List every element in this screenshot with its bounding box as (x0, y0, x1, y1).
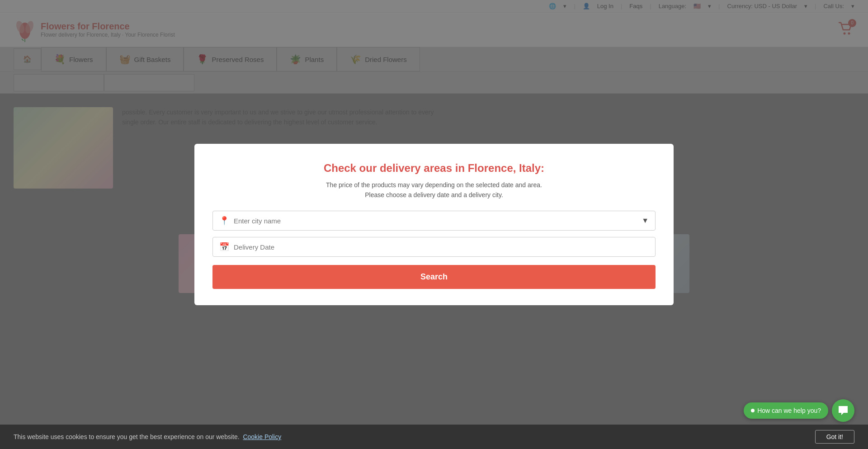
search-button[interactable]: Search (212, 265, 656, 289)
chat-icon (837, 405, 849, 416)
city-dropdown-arrow: ▼ (642, 217, 649, 225)
chat-bubble-text: How can we help you? (757, 407, 821, 414)
delivery-modal: Check our delivery areas in Florence, It… (194, 144, 674, 306)
cookie-bar: This website uses cookies to ensure you … (0, 425, 868, 449)
got-it-button[interactable]: Got it! (815, 430, 854, 444)
cookie-policy-link[interactable]: Cookie Policy (243, 433, 281, 440)
chat-dot (751, 409, 755, 412)
chat-widget: How can we help you? (744, 399, 854, 422)
modal-title: Check our delivery areas in Florence, It… (212, 162, 656, 175)
cookie-text: This website uses cookies to ensure you … (14, 433, 281, 440)
city-input[interactable] (234, 217, 637, 225)
date-input[interactable] (234, 243, 649, 251)
chat-icon-button[interactable] (832, 399, 854, 422)
city-field[interactable]: 📍 ▼ (212, 211, 656, 231)
calendar-icon: 📅 (219, 242, 229, 252)
location-icon: 📍 (219, 216, 229, 226)
date-field[interactable]: 📅 (212, 237, 656, 257)
chat-bubble[interactable]: How can we help you? (744, 402, 828, 419)
modal-overlay: Check our delivery areas in Florence, It… (0, 0, 868, 449)
modal-subtitle: The price of the products may vary depen… (212, 180, 656, 200)
